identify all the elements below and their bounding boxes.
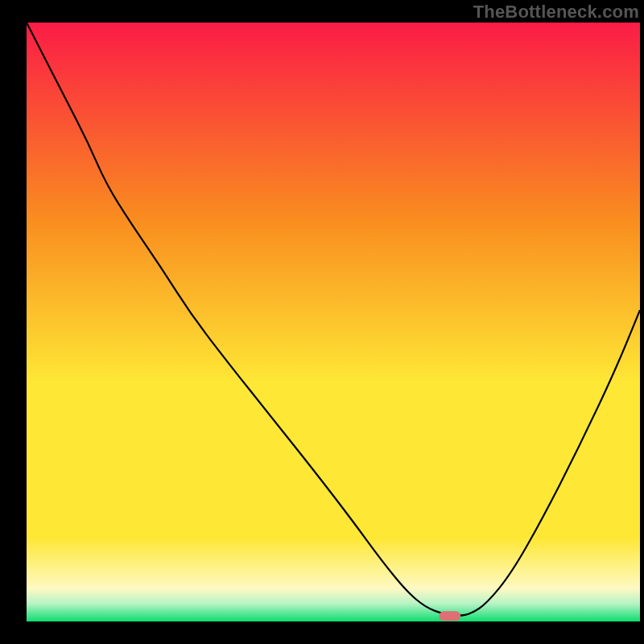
chart-container: TheBottleneck.com [0, 0, 644, 644]
plot-background [27, 23, 640, 621]
watermark-text: TheBottleneck.com [473, 2, 639, 23]
chart-svg [0, 0, 644, 644]
minimum-marker [439, 611, 460, 621]
